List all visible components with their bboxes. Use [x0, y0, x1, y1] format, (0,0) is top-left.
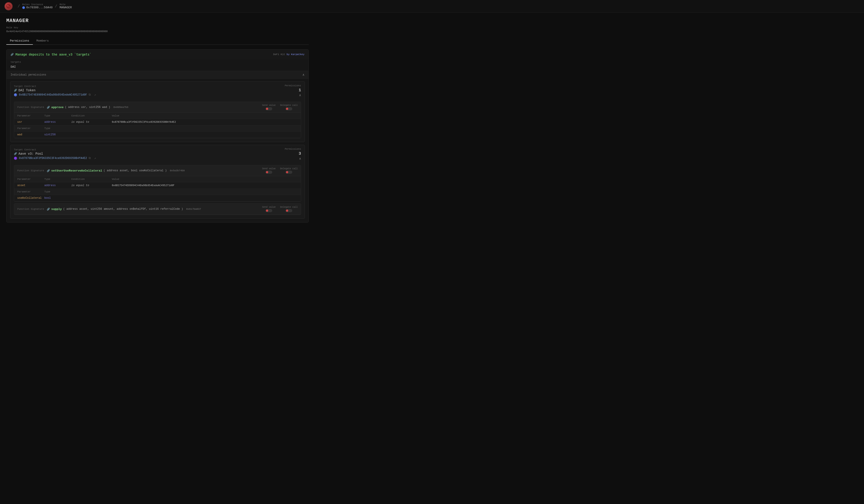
delegate-call-label-supply: Delegate call — [280, 206, 298, 208]
top-nav: / Roles Instance 0x70380...50A40 / Role … — [0, 0, 864, 13]
fn-link-icon-supply[interactable]: 🔗 — [47, 208, 50, 211]
delegate-call-label-approve: Delegate call — [280, 104, 298, 107]
individual-perms-label: Individual permissions — [11, 73, 46, 76]
send-value-toggle-supply[interactable] — [265, 209, 272, 212]
target-link-icon-1[interactable]: 🔗 — [14, 152, 17, 155]
target-info-1: Target Contract 🔗 Aave v3: Pool 0x87870B… — [14, 148, 98, 160]
kit-badge: DeFi Kit by Karpatkey — [273, 53, 304, 56]
fn-link-icon-setuser[interactable]: 🔗 — [47, 169, 50, 172]
tabs-container: Permissions Members — [6, 37, 309, 45]
nav-role-label: Role — [60, 3, 72, 6]
param-name-asset: asset — [17, 184, 44, 187]
tab-members[interactable]: Members — [33, 37, 52, 45]
target-block-header-1: Target Contract 🔗 Aave v3: Pool 0x87870B… — [10, 145, 305, 163]
perm-group-title: Manage deposits to the aave_v3 `targets` — [15, 53, 91, 56]
fn-sig-area-setuser: Function Signature 🔗 setUserUseReserveAs… — [17, 169, 185, 172]
target-block-1: Target Contract 🔗 Aave v3: Pool 0x87870B… — [10, 145, 305, 219]
params-header-asset: Parameter Type Condition Value — [14, 176, 301, 182]
fn-block-setuser: Function Signature 🔗 setUserUseReserveAs… — [14, 165, 301, 202]
fn-block-approve: Function Signature 🔗 approve ( address u… — [14, 102, 301, 138]
send-value-control-approve: Send value — [262, 104, 276, 110]
role-key-label: Role key — [6, 26, 309, 29]
send-value-toggle-approve[interactable] — [265, 107, 272, 110]
fn-name-approve: approve — [51, 106, 64, 109]
fn-header-approve: Function Signature 🔗 approve ( address u… — [14, 102, 301, 113]
fn-controls-supply: Send value Delegate call — [262, 206, 298, 212]
perms-count-0: Permissions 1 ∧ — [285, 84, 301, 97]
target-name-1: 🔗 Aave v3: Pool — [14, 152, 98, 156]
target-block-header-0: Target Contract 🔗 DAI Token 0x6B175474E8… — [10, 82, 305, 100]
fn-selector-supply: 0x617ba037 — [186, 208, 201, 210]
target-address-0: 0x6B175474E89094C44Da98b954EedeAC495271d… — [14, 93, 98, 97]
external-link-icon-0[interactable]: ↗ — [94, 93, 98, 97]
targets-value: DAI — [7, 65, 309, 71]
target-name-0: 🔗 DAI Token — [14, 89, 98, 92]
perm-group-header: 🔗 Manage deposits to the aave_v3 `target… — [7, 49, 309, 59]
fn-selector-setuser: 0x5a3b74b9 — [170, 169, 185, 172]
params-table-approve: Parameter Type Condition Value usr addre… — [14, 113, 301, 138]
svg-point-1 — [7, 5, 9, 7]
target-info-0: Target Contract 🔗 DAI Token 0x6B175474E8… — [14, 85, 98, 97]
target-block-0: Target Contract 🔗 DAI Token 0x6B175474E8… — [10, 82, 305, 142]
param-row-asset: asset address is equal to 0x6B175474E890… — [14, 182, 301, 189]
delegate-call-label-setuser: Delegate call — [280, 168, 298, 170]
param-type-wad: uint256 — [44, 133, 71, 136]
target-contract-label-1: Target Contract — [14, 148, 98, 151]
nav-role: Role MANAGER — [60, 3, 72, 9]
copy-icon-0[interactable]: ⧉ — [89, 93, 92, 97]
target-contract-label-0: Target Contract — [14, 85, 98, 88]
nav-separator-1: / — [17, 4, 20, 9]
role-key-value: 0x4d414e41474552000000000000000000000000… — [6, 30, 309, 33]
fn-params-approve: ( address usr, uint256 wad ) — [65, 106, 110, 109]
param-row-useascollateral: useAsCollateral bool — [14, 195, 301, 201]
fn-sig-label-setuser: Function Signature — [17, 169, 44, 172]
params-header-wad: Parameter Type — [14, 125, 301, 132]
param-name-usr: usr — [17, 121, 44, 124]
fn-sig-area-approve: Function Signature 🔗 approve ( address u… — [17, 106, 128, 109]
delegate-call-control-supply: Delegate call — [280, 206, 298, 212]
fn-controls-approve: Send value Delegate call — [262, 104, 298, 110]
target-collapse-icon-0[interactable]: ∧ — [299, 93, 301, 97]
collapse-icon[interactable]: ∧ — [303, 73, 304, 77]
param-condition-asset: is equal to — [71, 184, 112, 187]
perms-num-0: 1 — [299, 88, 301, 93]
send-value-control-setuser: Send value — [262, 168, 276, 174]
param-row-wad: wad uint256 — [14, 132, 301, 138]
nav-roles-label: Roles Instance — [22, 3, 53, 6]
fn-selector-approve: 0x095ea7b3 — [113, 106, 128, 109]
fn-block-supply: Function Signature 🔗 supply ( address as… — [14, 204, 301, 215]
delegate-call-toggle-supply[interactable] — [286, 209, 292, 212]
target-collapse-icon-1[interactable]: ∧ — [299, 157, 301, 160]
nav-role-value: MANAGER — [60, 6, 72, 9]
fn-link-icon-approve[interactable]: 🔗 — [47, 106, 50, 109]
send-value-toggle-setuser[interactable] — [265, 171, 272, 174]
fn-header-supply: Function Signature 🔗 supply ( address as… — [14, 204, 301, 215]
fn-sig-label-approve: Function Signature — [17, 106, 44, 109]
tab-permissions[interactable]: Permissions — [6, 37, 33, 45]
perm-group-link-icon[interactable]: 🔗 — [11, 53, 14, 56]
perms-label-1: Permissions — [285, 148, 301, 150]
nav-roles-instance: Roles Instance 0x70380...50A40 — [22, 3, 53, 9]
send-value-label-supply: Send value — [262, 206, 276, 208]
target-link-icon-0[interactable]: 🔗 — [14, 89, 17, 92]
copy-icon-1[interactable]: ⧉ — [89, 157, 92, 160]
nav-separator-2: / — [55, 4, 57, 9]
param-row-usr: usr address is equal to 0x878780Bca3F3fD… — [14, 119, 301, 125]
chain-dot-icon — [22, 6, 25, 9]
send-value-control-supply: Send value — [262, 206, 276, 212]
delegate-call-toggle-approve[interactable] — [286, 107, 292, 110]
delegate-call-toggle-setuser[interactable] — [286, 171, 292, 174]
page-title: MANAGER — [6, 18, 309, 24]
addr-icon-1 — [14, 157, 17, 160]
individual-perms-header: Individual permissions ∧ — [7, 71, 309, 79]
perms-count-1: Permissions 3 ∧ — [285, 148, 301, 160]
fn-controls-setuser: Send value Delegate call — [262, 168, 298, 174]
params-header-useascollateral: Parameter Type — [14, 189, 301, 195]
targets-label-row: targets — [7, 59, 309, 65]
external-link-icon-1[interactable]: ↗ — [94, 157, 98, 160]
param-type-usr: address — [44, 121, 71, 124]
param-type-asset: address — [44, 184, 71, 187]
fn-header-setuser: Function Signature 🔗 setUserUseReserveAs… — [14, 165, 301, 176]
fn-sig-area-supply: Function Signature 🔗 supply ( address as… — [17, 208, 201, 211]
fn-params-supply: ( address asset, uint256 amount, address… — [63, 208, 183, 211]
